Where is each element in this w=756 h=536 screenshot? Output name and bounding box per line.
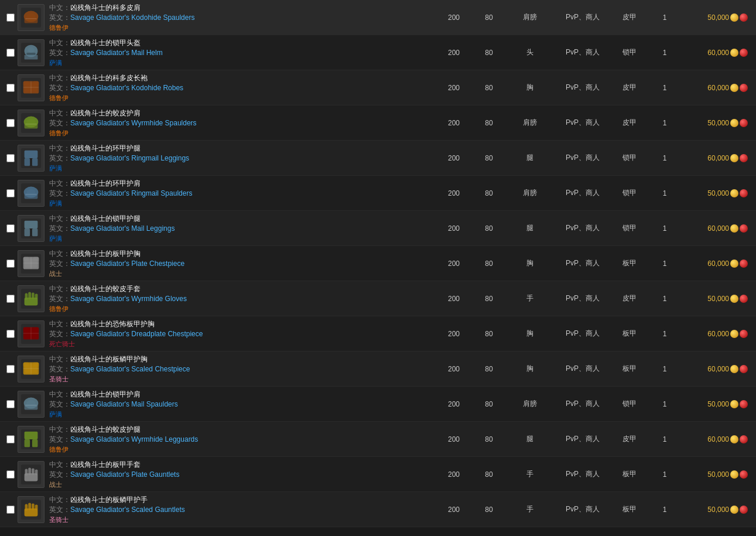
item-ilvl: 200 xyxy=(436,295,471,303)
checkbox-input[interactable] xyxy=(6,365,15,373)
row-checkbox-12[interactable] xyxy=(4,400,18,408)
checkbox-input[interactable] xyxy=(6,154,15,162)
svg-rect-79 xyxy=(35,469,38,475)
checkbox-input[interactable] xyxy=(6,435,15,443)
row-checkbox-5[interactable] xyxy=(4,154,18,162)
table-row: 中文：凶残角斗士的板鳞甲护胸 英文：Savage Gladiator's Sca… xyxy=(0,351,756,387)
item-icon-1 xyxy=(18,4,45,31)
item-price: 60,000 xyxy=(682,84,752,92)
coin-gold-icon xyxy=(730,400,738,408)
item-name-13: 中文：凶残角斗士的蛟皮护腿 英文：Savage Gladiator's Wyrm… xyxy=(49,425,436,454)
item-level: 80 xyxy=(471,119,507,127)
checkbox-input[interactable] xyxy=(6,330,15,338)
item-name-9: 中文：凶残角斗士的蛟皮手套 英文：Savage Gladiator's Wyrm… xyxy=(49,284,436,313)
row-checkbox-6[interactable] xyxy=(4,189,18,197)
item-name-8: 中文：凶残角斗士的板甲护胸 英文：Savage Gladiator's Plat… xyxy=(49,249,436,278)
item-ilvl: 200 xyxy=(436,84,471,92)
checkbox-input[interactable] xyxy=(6,224,15,233)
coin-gold-icon xyxy=(730,189,738,197)
svg-rect-8 xyxy=(26,53,35,55)
item-class: 战士 xyxy=(49,269,432,278)
item-ilvl: 200 xyxy=(436,470,471,479)
row-checkbox-4[interactable] xyxy=(4,119,18,127)
row-checkbox-13[interactable] xyxy=(4,435,18,443)
svg-rect-41 xyxy=(33,257,39,261)
item-type: 板甲 xyxy=(612,364,647,374)
svg-rect-78 xyxy=(32,468,35,474)
item-type: 锁甲 xyxy=(612,153,647,163)
coin-red-icon xyxy=(740,470,748,479)
item-class: 德鲁伊 xyxy=(49,305,432,313)
checkbox-input[interactable] xyxy=(6,260,15,268)
item-source: PvP、商人 xyxy=(553,258,612,268)
coin-red-icon xyxy=(740,189,748,197)
svg-point-67 xyxy=(26,400,35,406)
row-checkbox-8[interactable] xyxy=(4,260,18,268)
item-stack: 1 xyxy=(647,189,682,197)
item-name-11: 中文：凶残角斗士的板鳞甲护胸 英文：Savage Gladiator's Sca… xyxy=(49,354,436,384)
item-level: 80 xyxy=(471,84,507,92)
row-checkbox-3[interactable] xyxy=(4,84,18,92)
svg-rect-84 xyxy=(32,503,35,510)
row-checkbox-1[interactable] xyxy=(4,13,18,22)
item-type: 板甲 xyxy=(612,504,647,514)
item-icon-2 xyxy=(18,39,45,66)
row-checkbox-15[interactable] xyxy=(4,506,18,514)
item-source: PvP、商人 xyxy=(553,364,612,374)
checkbox-input[interactable] xyxy=(6,506,15,514)
svg-rect-33 xyxy=(25,220,38,228)
svg-rect-35 xyxy=(32,228,38,236)
row-checkbox-11[interactable] xyxy=(4,365,18,373)
item-ilvl: 200 xyxy=(436,435,471,443)
item-icon-9 xyxy=(18,285,45,312)
coin-red-icon xyxy=(740,506,748,514)
svg-rect-40 xyxy=(23,257,29,261)
item-stack: 1 xyxy=(647,365,682,373)
coin-red-icon xyxy=(740,435,748,443)
svg-rect-25 xyxy=(32,158,38,166)
checkbox-input[interactable] xyxy=(6,13,15,22)
checkbox-input[interactable] xyxy=(6,84,15,92)
table-row: 中文：凶残角斗士的板甲护胸 英文：Savage Gladiator's Plat… xyxy=(0,246,756,281)
row-checkbox-9[interactable] xyxy=(4,295,18,303)
item-level: 80 xyxy=(471,330,507,338)
checkbox-input[interactable] xyxy=(6,295,15,303)
row-checkbox-7[interactable] xyxy=(4,224,18,233)
item-source: PvP、商人 xyxy=(553,83,612,93)
item-level: 80 xyxy=(471,189,507,197)
item-name-15: 中文：凶残角斗士的板鳞甲护手 英文：Savage Gladiator's Sca… xyxy=(49,495,436,524)
item-name-10: 中文：凶残角斗士的恐怖板甲护胸 英文：Savage Gladiator's Dr… xyxy=(49,319,436,349)
svg-rect-14 xyxy=(33,81,39,86)
item-type: 锁甲 xyxy=(612,223,647,233)
item-slot: 肩膀 xyxy=(507,188,553,198)
svg-rect-46 xyxy=(25,293,28,299)
svg-rect-77 xyxy=(28,467,31,474)
item-price: 50,000 xyxy=(682,470,752,479)
item-slot: 腿 xyxy=(507,223,553,233)
item-class: 萨满 xyxy=(49,59,432,67)
row-checkbox-2[interactable] xyxy=(4,49,18,57)
item-type: 板甲 xyxy=(612,329,647,339)
item-source: PvP、商人 xyxy=(553,153,612,163)
item-stack: 1 xyxy=(647,260,682,268)
item-price: 50,000 xyxy=(682,295,752,303)
checkbox-input[interactable] xyxy=(6,189,15,197)
table-row: 中文：凶残角斗士的板鳞甲护手 英文：Savage Gladiator's Sca… xyxy=(0,492,756,527)
checkbox-input[interactable] xyxy=(6,470,15,479)
item-stack: 1 xyxy=(647,119,682,127)
item-type: 皮甲 xyxy=(612,293,647,303)
checkbox-input[interactable] xyxy=(6,400,15,408)
item-icon-10 xyxy=(18,320,45,347)
item-slot: 肩膀 xyxy=(507,399,553,409)
coin-red-icon xyxy=(740,224,748,233)
item-class: 萨满 xyxy=(49,199,432,208)
item-source: PvP、商人 xyxy=(553,223,612,233)
item-type: 板甲 xyxy=(612,258,647,268)
row-checkbox-10[interactable] xyxy=(4,330,18,338)
checkbox-input[interactable] xyxy=(6,119,15,127)
item-class: 德鲁伊 xyxy=(49,94,432,103)
checkbox-input[interactable] xyxy=(6,49,15,57)
row-checkbox-14[interactable] xyxy=(4,470,18,479)
coin-red-icon xyxy=(740,400,748,408)
item-stack: 1 xyxy=(647,154,682,162)
